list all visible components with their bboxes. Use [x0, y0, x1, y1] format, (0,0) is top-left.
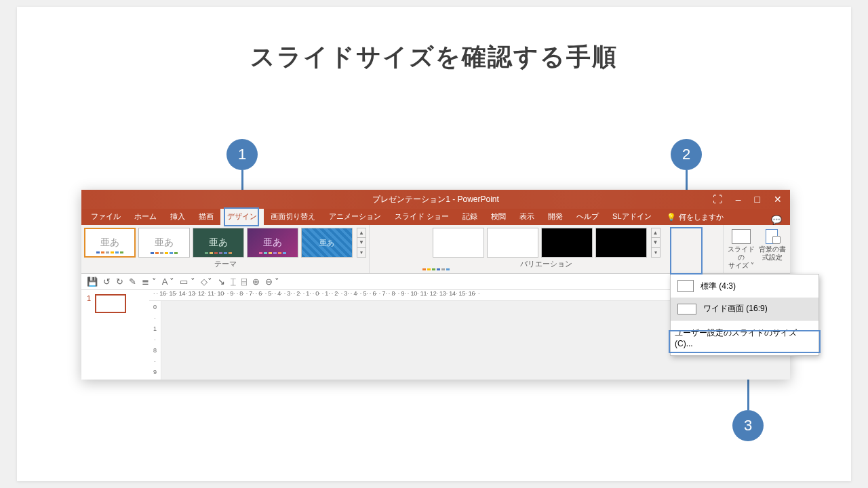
themes-group: 亜あ 亜あ 亜あ 亜あ — [81, 225, 370, 273]
slide-size-icon — [732, 229, 751, 244]
tutorial-slide: スライドサイズを確認する手順 1 2 3 プレゼンテーション1 - PowerP… — [17, 7, 851, 481]
qat-textbox-icon[interactable]: ⌶ — [231, 277, 236, 287]
tab-view[interactable]: 表示 — [513, 209, 541, 225]
theme-3[interactable]: 亜あ — [193, 228, 244, 258]
dropdown-standard-label: 標準 (4:3) — [701, 281, 736, 292]
wide-ratio-icon — [677, 304, 696, 314]
tab-draw[interactable]: 描画 — [192, 209, 220, 225]
tab-transitions[interactable]: 画面切り替え — [264, 209, 322, 225]
theme-office[interactable]: 亜あ — [84, 228, 136, 258]
tab-home[interactable]: ホーム — [127, 209, 163, 225]
slide-thumbnail-1[interactable] — [95, 294, 126, 313]
qat-save-icon[interactable]: 💾 — [87, 277, 98, 287]
close-button[interactable]: ✕ — [774, 194, 782, 205]
tab-addin[interactable]: SLアドイン — [606, 209, 658, 225]
slide-thumbnails-panel: 1 — [81, 290, 149, 380]
dropdown-custom-label: ユーザー設定のスライドのサイズ(C)... — [675, 327, 814, 348]
display-settings-icon[interactable]: ⛶ — [713, 194, 722, 205]
tab-file[interactable]: ファイル — [84, 209, 127, 225]
theme-4[interactable]: 亜あ — [247, 228, 298, 258]
variation-1[interactable] — [433, 228, 484, 258]
qat-undo-icon[interactable]: ↺ — [103, 277, 111, 287]
variation-4[interactable] — [595, 228, 647, 258]
ribbon-design: 亜あ 亜あ 亜あ 亜あ — [81, 225, 790, 274]
standard-ratio-icon — [677, 280, 694, 292]
ribbon-tabs: ファイル ホーム 挿入 描画 デザイン 画面切り替え アニメーション スライド … — [81, 209, 790, 225]
tab-record[interactable]: 記録 — [456, 209, 484, 225]
variation-2[interactable] — [487, 228, 538, 258]
qat-fill-icon[interactable]: ▭ ˅ — [180, 277, 195, 287]
step-badge-2: 2 — [671, 139, 702, 170]
dropdown-item-custom[interactable]: ユーザー設定のスライドのサイズ(C)... — [671, 321, 818, 355]
dropdown-wide-label: ワイド画面 (16:9) — [703, 303, 768, 314]
page-title: スライドサイズを確認する手順 — [17, 41, 851, 74]
qat-zoom-out-icon[interactable]: ⊖ ˅ — [265, 277, 280, 287]
qat-bullets-icon[interactable]: ≣ ˅ — [142, 277, 157, 287]
minimize-button[interactable]: – — [736, 194, 741, 205]
theme-2[interactable]: 亜あ — [138, 228, 190, 258]
customize-group: スライドの サイズ ˅ 背景の書 式設定 — [724, 225, 790, 273]
format-background-icon — [763, 229, 782, 244]
qat-redo-icon[interactable]: ↻ — [116, 277, 123, 287]
variations-gallery-spinner[interactable]: ▲▼▾ — [651, 228, 660, 258]
vertical-ruler: 0 · 1 · 8 · 9 — [149, 301, 161, 380]
themes-label: テーマ — [214, 258, 237, 271]
format-background-button[interactable]: 背景の書 式設定 — [757, 228, 787, 273]
tell-me-box[interactable]: 💡 何をしますか — [661, 209, 729, 225]
qat-format-painter-icon[interactable]: ✎ — [129, 277, 136, 287]
step-badge-1: 1 — [226, 139, 258, 170]
tab-slideshow[interactable]: スライド ショー — [388, 209, 456, 225]
variation-3[interactable] — [541, 228, 593, 258]
tab-review[interactable]: 校閲 — [484, 209, 513, 225]
tab-animations[interactable]: アニメーション — [322, 209, 388, 225]
variations-group: ▲▼▾ バリエーション — [370, 225, 724, 273]
tab-insert[interactable]: 挿入 — [163, 209, 192, 225]
tell-me-label: 何をしますか — [679, 212, 724, 222]
titlebar: プレゼンテーション1 - PowerPoint ⛶ – □ ✕ — [81, 190, 790, 209]
slide-size-label: スライドの サイズ ˅ — [728, 245, 755, 270]
dropdown-item-wide[interactable]: ワイド画面 (16:9) — [671, 298, 818, 320]
powerpoint-window: プレゼンテーション1 - PowerPoint ⛶ – □ ✕ ファイル ホーム… — [81, 190, 790, 380]
qat-group-icon[interactable]: ⌸ — [241, 277, 247, 287]
tab-design[interactable]: デザイン — [220, 209, 264, 225]
qat-shape-icon[interactable]: ◇˅ — [201, 277, 212, 287]
tab-help[interactable]: ヘルプ — [570, 209, 606, 225]
maximize-button[interactable]: □ — [755, 194, 760, 205]
theme-5[interactable]: 亜あ — [301, 228, 353, 258]
lightbulb-icon: 💡 — [667, 213, 676, 222]
variations-label: バリエーション — [520, 258, 572, 271]
slide-number: 1 — [87, 294, 91, 302]
dropdown-item-standard[interactable]: 標準 (4:3) — [671, 274, 818, 298]
qat-arrow-icon[interactable]: ↘ — [218, 277, 225, 287]
step-badge-3: 3 — [732, 410, 764, 441]
slide-size-dropdown: 標準 (4:3) ワイド画面 (16:9) ユーザー設定のスライドのサイズ(C)… — [670, 274, 819, 356]
tab-developer[interactable]: 開発 — [541, 209, 570, 225]
format-background-label: 背景の書 式設定 — [759, 245, 786, 262]
comments-icon[interactable]: 💬 — [771, 215, 782, 225]
window-title: プレゼンテーション1 - PowerPoint — [372, 194, 499, 205]
slide-size-button[interactable]: スライドの サイズ ˅ — [726, 228, 756, 273]
themes-gallery-spinner[interactable]: ▲▼▾ — [357, 228, 366, 258]
qat-font-icon[interactable]: A ˅ — [162, 277, 175, 287]
qat-zoom-in-icon[interactable]: ⊕ — [252, 277, 260, 287]
